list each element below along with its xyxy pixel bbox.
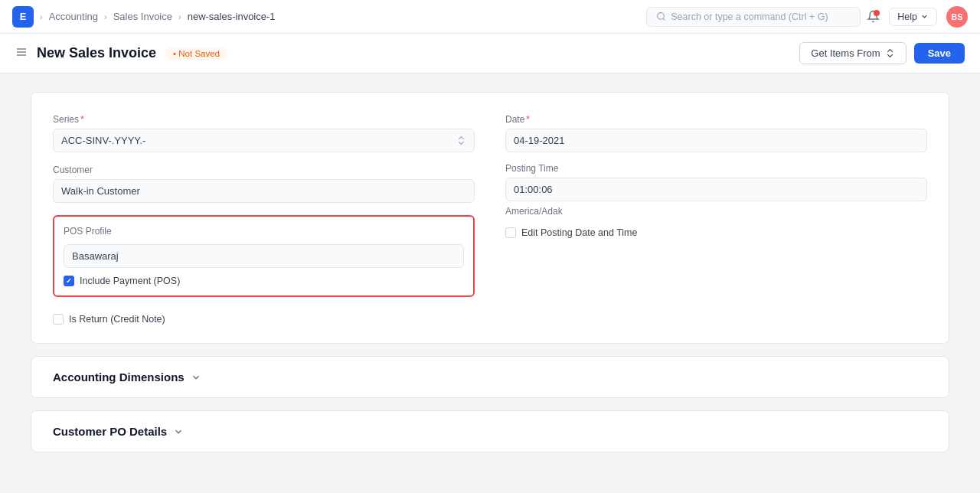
page-title: New Sales Invoice bbox=[37, 45, 156, 61]
series-field: Series* ACC-SINV-.YYYY.- bbox=[53, 114, 475, 152]
main-content: Series* ACC-SINV-.YYYY.- Customer Walk-i… bbox=[0, 73, 980, 483]
app-icon[interactable]: E bbox=[12, 6, 34, 28]
series-input[interactable]: ACC-SINV-.YYYY.- bbox=[53, 129, 475, 152]
date-label: Date* bbox=[505, 114, 927, 125]
sidebar-toggle[interactable] bbox=[15, 46, 28, 61]
timezone-label: America/Adak bbox=[505, 206, 927, 217]
include-payment-checkbox[interactable] bbox=[64, 276, 74, 286]
date-input[interactable]: 04-19-2021 bbox=[505, 129, 927, 152]
menu-icon bbox=[15, 46, 28, 58]
customer-po-details-title: Customer PO Details bbox=[53, 425, 167, 438]
accounting-dimensions-section[interactable]: Accounting Dimensions bbox=[31, 356, 949, 398]
breadcrumb-current: new-sales-invoice-1 bbox=[188, 11, 276, 22]
right-column: Date* 04-19-2021 Posting Time 01:00:06 A… bbox=[505, 114, 927, 325]
save-button[interactable]: Save bbox=[914, 43, 965, 64]
edit-posting-row: Edit Posting Date and Time bbox=[505, 227, 927, 238]
avatar: BS bbox=[946, 6, 968, 28]
top-navigation: E › Accounting › Sales Invoice › new-sal… bbox=[0, 0, 980, 34]
chevron-down-icon bbox=[191, 372, 201, 383]
date-field: Date* 04-19-2021 bbox=[505, 114, 927, 152]
series-arrow-icon bbox=[456, 135, 466, 145]
is-return-row: Is Return (Credit Note) bbox=[53, 314, 475, 325]
breadcrumb-sales-invoice[interactable]: Sales Invoice bbox=[113, 11, 172, 22]
search-placeholder: Search or type a command (Ctrl + G) bbox=[671, 11, 828, 22]
notification-button[interactable] bbox=[867, 10, 880, 23]
breadcrumb-separator-1: › bbox=[104, 12, 107, 21]
breadcrumb-separator-2: › bbox=[178, 12, 181, 21]
posting-time-field: Posting Time 01:00:06 bbox=[505, 163, 927, 201]
customer-field: Customer Walk-in Customer bbox=[53, 165, 475, 203]
search-bar[interactable]: Search or type a command (Ctrl + G) bbox=[646, 7, 861, 27]
page-header: New Sales Invoice • Not Saved Get Items … bbox=[0, 34, 980, 73]
chevron-down-icon bbox=[920, 12, 929, 21]
customer-label: Customer bbox=[53, 165, 475, 175]
customer-input[interactable]: Walk-in Customer bbox=[53, 179, 475, 203]
is-return-checkbox[interactable] bbox=[53, 314, 64, 325]
svg-line-1 bbox=[663, 18, 665, 20]
status-badge: • Not Saved bbox=[165, 47, 227, 60]
breadcrumb-accounting[interactable]: Accounting bbox=[49, 11, 98, 22]
svg-point-0 bbox=[658, 13, 665, 20]
include-payment-row: Include Payment (POS) bbox=[64, 276, 464, 286]
is-return-label: Is Return (Credit Note) bbox=[69, 314, 165, 325]
include-payment-label: Include Payment (POS) bbox=[80, 276, 180, 286]
series-label: Series* bbox=[53, 114, 475, 125]
get-items-button[interactable]: Get Items From bbox=[799, 42, 906, 64]
header-actions: Get Items From Save bbox=[799, 42, 965, 64]
edit-posting-checkbox[interactable] bbox=[505, 227, 516, 238]
pos-profile-input[interactable]: Basawaraj bbox=[64, 244, 464, 268]
main-form-card: Series* ACC-SINV-.YYYY.- Customer Walk-i… bbox=[31, 92, 949, 344]
edit-posting-label: Edit Posting Date and Time bbox=[521, 227, 637, 238]
posting-time-input[interactable]: 01:00:06 bbox=[505, 178, 927, 201]
pos-profile-label: POS Profile bbox=[64, 226, 464, 237]
pos-profile-section: POS Profile Basawaraj Include Payment (P… bbox=[53, 215, 475, 297]
help-button[interactable]: Help bbox=[889, 8, 937, 26]
customer-po-details-section[interactable]: Customer PO Details bbox=[31, 410, 949, 452]
sort-icon bbox=[885, 48, 895, 58]
accounting-dimensions-title: Accounting Dimensions bbox=[53, 371, 185, 384]
chevron-down-icon bbox=[173, 426, 184, 437]
form-grid: Series* ACC-SINV-.YYYY.- Customer Walk-i… bbox=[53, 114, 927, 325]
posting-time-label: Posting Time bbox=[505, 163, 927, 174]
search-icon bbox=[656, 11, 666, 21]
breadcrumb-separator-0: › bbox=[40, 12, 43, 21]
nav-actions: Help BS bbox=[867, 6, 968, 28]
